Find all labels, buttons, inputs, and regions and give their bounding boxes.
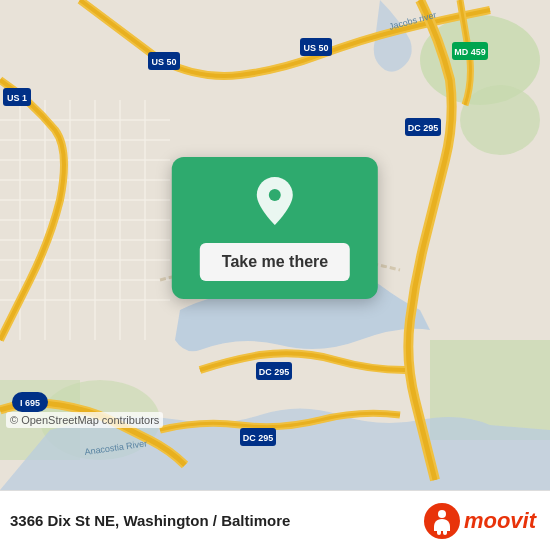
moovit-logo: moovit: [424, 503, 536, 539]
svg-rect-44: [443, 529, 447, 535]
popup-card: Take me there: [172, 157, 378, 299]
svg-point-40: [269, 189, 281, 201]
address-text: 3366 Dix St NE, Washington / Baltimore: [10, 512, 290, 529]
moovit-brand-icon: [424, 503, 460, 539]
pin-icon: [253, 175, 297, 231]
svg-text:MD 459: MD 459: [454, 47, 486, 57]
svg-text:I 695: I 695: [20, 398, 40, 408]
svg-text:US 50: US 50: [303, 43, 328, 53]
osm-attribution: © OpenStreetMap contributors: [6, 412, 163, 428]
address-section: 3366 Dix St NE, Washington / Baltimore: [10, 512, 290, 529]
svg-rect-43: [437, 529, 441, 535]
svg-point-2: [460, 85, 540, 155]
moovit-text: moovit: [464, 508, 536, 534]
svg-text:US 1: US 1: [7, 93, 27, 103]
svg-text:DC 295: DC 295: [243, 433, 274, 443]
svg-text:US 50: US 50: [151, 57, 176, 67]
svg-point-42: [438, 510, 446, 518]
map-container: US 1 US 50 US 50 MD 459 DC 295 DC 295 DC…: [0, 0, 550, 490]
svg-text:DC 295: DC 295: [259, 367, 290, 377]
svg-text:DC 295: DC 295: [408, 123, 439, 133]
bottom-bar: 3366 Dix St NE, Washington / Baltimore m…: [0, 490, 550, 550]
take-me-there-button[interactable]: Take me there: [200, 243, 350, 281]
